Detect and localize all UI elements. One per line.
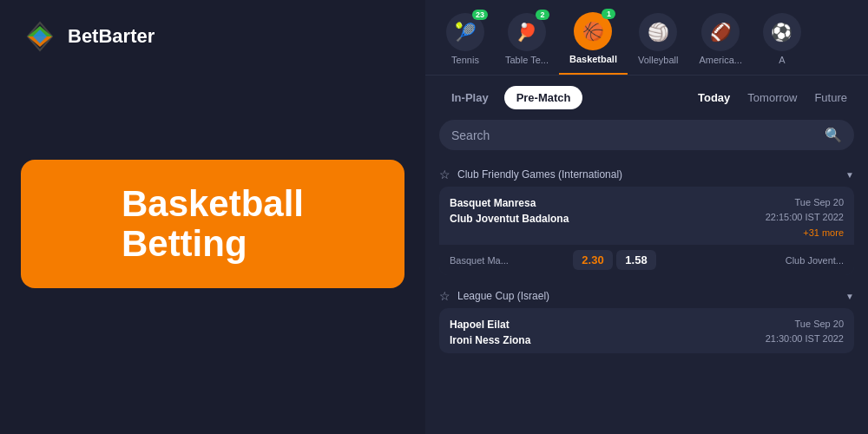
team2-name-0: Club Joventut Badalona [450,211,766,227]
team1-name-0: Basquet Manresa [450,195,766,211]
match-teams-1: Hapoel Eilat Ironi Ness Ziona [450,317,766,348]
sport-item-volleyball[interactable]: 🏐 Volleyball [628,10,688,74]
tab-tomorrow[interactable]: Tomorrow [740,86,804,109]
sport-icon-wrap-volleyball: 🏐 [639,13,677,51]
tab-prematch[interactable]: Pre-Match [504,86,583,109]
sport-item-american[interactable]: 🏈 America... [688,10,753,74]
basketball-badge: 1 [602,9,615,19]
match-date-0: Tue Sep 20 [766,195,844,210]
sport-item-more[interactable]: ⚽ A [753,10,812,74]
odds-value1-0[interactable]: 2.30 [573,250,613,270]
sports-nav: 23 🎾 Tennis 2 🏓 Table Te... 1 🏀 Basketba… [425,0,868,76]
volleyball-label: Volleyball [638,55,678,65]
odds-row-0: Basquet Ma... 2.30 1.58 Club Jovent... [439,245,854,275]
sport-item-tennis[interactable]: 23 🎾 Tennis [436,10,495,74]
basketball-label: Basketball [569,54,617,64]
app-name: BetBarter [68,25,155,48]
sport-icon-wrap-tennis: 23 🎾 [446,13,484,51]
tennis-badge: 23 [472,10,488,20]
league-header-friendly[interactable]: ☆ Club Friendly Games (International) ▼ [439,161,854,187]
sport-icon-wrap-tabletennis: 2 🏓 [508,13,546,51]
more-icon: ⚽ [771,22,792,43]
american-icon: 🏈 [710,22,732,43]
match-meta-0: Tue Sep 20 22:15:00 IST 2022 +31 more [766,195,844,240]
chevron-down-icon-cup: ▼ [845,292,854,301]
match-more-link-0[interactable]: +31 more [803,227,844,238]
tabletennis-label: Table Te... [505,55,549,65]
search-icon[interactable]: 🔍 [825,127,842,143]
tabletennis-icon: 🏓 [516,22,537,43]
left-panel: BetBarter Basketball Betting [0,0,425,434]
odds-value2-0[interactable]: 1.58 [616,250,656,270]
tabletennis-badge: 2 [536,10,549,20]
tennis-label: Tennis [451,55,479,65]
search-bar: 🔍 [439,120,854,150]
match-time-1: 21:30:00 IST 2022 [766,332,844,346]
odds-team1-short-0: Basquet Ma... [450,255,569,266]
tab-inplay[interactable]: In-Play [439,86,501,109]
right-panel: 23 🎾 Tennis 2 🏓 Table Te... 1 🏀 Basketba… [425,0,868,434]
tennis-icon: 🎾 [455,22,477,43]
basketball-icon: 🏀 [582,21,604,42]
sport-item-basketball[interactable]: 1 🏀 Basketball [559,9,628,75]
star-icon-cup: ☆ [439,289,450,303]
match-info-1: Hapoel Eilat Ironi Ness Ziona Tue Sep 20… [439,308,854,353]
league-name-friendly: Club Friendly Games (International) [457,168,838,181]
league-header-cup[interactable]: ☆ League Cup (Israel) ▼ [439,282,854,308]
volleyball-icon: 🏐 [648,22,669,43]
match-card-1: Hapoel Eilat Ironi Ness Ziona Tue Sep 20… [439,308,854,353]
search-input[interactable] [451,128,818,142]
team2-name-1: Ironi Ness Ziona [450,332,766,348]
odds-team2-short-0: Club Jovent... [783,255,844,266]
sport-icon-wrap-american: 🏈 [701,13,740,51]
hero-badge: Basketball Betting [21,160,404,288]
matches-content: ☆ Club Friendly Games (International) ▼ … [425,161,868,434]
match-meta-1: Tue Sep 20 21:30:00 IST 2022 [766,317,844,345]
hero-title: Basketball Betting [122,184,304,264]
sport-item-tabletennis[interactable]: 2 🏓 Table Te... [495,10,559,74]
match-info-0: Basquet Manresa Club Joventut Badalona T… [439,187,854,245]
match-teams-0: Basquet Manresa Club Joventut Badalona [450,195,766,227]
tab-future[interactable]: Future [807,86,854,109]
more-label: A [779,55,785,65]
match-card-0: Basquet Manresa Club Joventut Badalona T… [439,187,854,275]
match-date-1: Tue Sep 20 [766,317,844,332]
team1-name-1: Hapoel Eilat [450,317,766,332]
tab-today[interactable]: Today [691,86,737,109]
sport-icon-wrap-more: ⚽ [763,13,801,51]
league-name-cup: League Cup (Israel) [457,290,838,302]
logo-area: BetBarter [21,17,404,56]
american-label: America... [699,55,742,65]
chevron-down-icon-friendly: ▼ [845,170,854,180]
star-icon-friendly: ☆ [439,168,450,181]
match-tabs: In-Play Pre-Match Today Tomorrow Future [425,76,868,120]
match-time-0: 22:15:00 IST 2022 [766,210,844,225]
betbarter-logo-icon [21,17,59,56]
sport-icon-wrap-basketball: 1 🏀 [574,12,612,50]
